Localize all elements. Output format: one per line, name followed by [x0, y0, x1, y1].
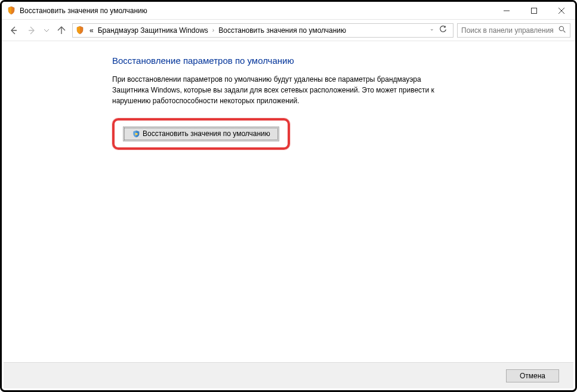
search-box[interactable]: [457, 23, 570, 38]
up-button[interactable]: [54, 23, 69, 38]
titlebar: Восстановить значения по умолчанию: [2, 2, 575, 20]
restore-button-label: Восстановить значения по умолчанию: [143, 129, 270, 138]
window-controls: [493, 2, 575, 19]
search-input[interactable]: [461, 26, 559, 35]
minimize-button[interactable]: [493, 2, 520, 19]
chevron-down-icon[interactable]: ⌄: [430, 26, 434, 35]
firewall-shield-icon: [7, 6, 16, 16]
forward-button[interactable]: [24, 23, 39, 38]
footer: Отмена: [4, 362, 573, 388]
recent-dropdown-icon[interactable]: [42, 23, 51, 38]
breadcrumb-prefix[interactable]: «: [88, 25, 95, 36]
refresh-icon[interactable]: [439, 26, 447, 35]
restore-defaults-button[interactable]: Восстановить значения по умолчанию: [123, 126, 279, 141]
shield-icon: [132, 130, 140, 138]
svg-point-7: [559, 26, 563, 30]
firewall-shield-icon: [75, 26, 85, 35]
cancel-button[interactable]: Отмена: [506, 369, 559, 382]
highlight-annotation: Восстановить значения по умолчанию: [112, 118, 290, 150]
window-title: Восстановить значения по умолчанию: [20, 7, 493, 15]
svg-line-8: [563, 30, 565, 32]
search-icon[interactable]: [559, 26, 566, 35]
breadcrumb-firewall[interactable]: Брандмауэр Защитника Windows: [96, 25, 210, 36]
maximize-button[interactable]: [520, 2, 548, 19]
chevron-right-icon: ›: [211, 27, 216, 33]
navbar: « Брандмауэр Защитника Windows › Восстан…: [2, 20, 575, 41]
close-button[interactable]: [548, 2, 575, 19]
page-heading: Восстановление параметров по умолчанию: [112, 55, 551, 66]
svg-rect-1: [532, 8, 537, 13]
content-area: Восстановление параметров по умолчанию П…: [2, 41, 575, 150]
description-text: При восстановлении параметров по умолчан…: [112, 74, 446, 106]
svg-rect-9: [135, 133, 137, 135]
breadcrumb[interactable]: « Брандмауэр Защитника Windows › Восстан…: [72, 23, 453, 38]
back-button[interactable]: [7, 23, 21, 38]
breadcrumb-restore[interactable]: Восстановить значения по умолчанию: [217, 25, 348, 36]
